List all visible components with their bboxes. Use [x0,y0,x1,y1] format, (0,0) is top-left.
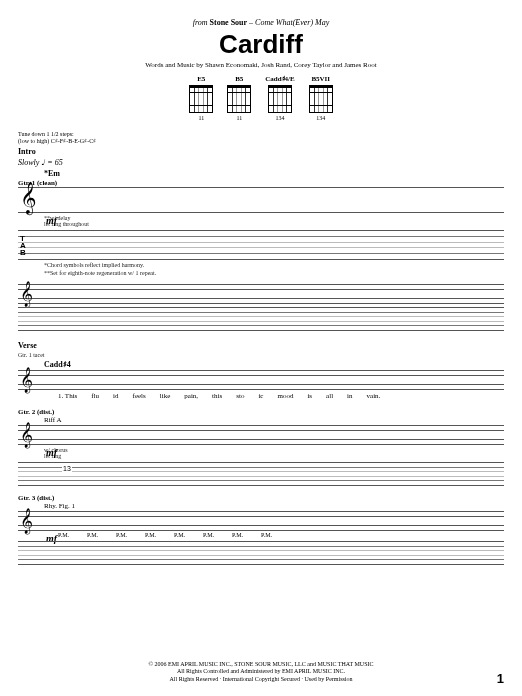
chord-grid-icon [227,85,251,113]
copyright-line: © 2006 EMI APRIL MUSIC INC., STONE SOUR … [0,661,522,669]
riff-label: Riff A [44,416,504,424]
page-number: 1 [497,671,504,686]
chord-fingering: 11 [227,115,251,121]
lyric-syllable: all [326,392,333,400]
tuning-instructions: Tune down 1 1/2 steps: (low to high) C♯-… [18,131,504,145]
chord-grid-icon [268,85,292,113]
chord-name: E5 [189,75,213,83]
lyric-syllable: id [113,392,118,400]
treble-clef-icon: 𝄞 [20,369,33,391]
chord-diagram: Cadd♯4/E 134 [265,75,294,121]
lyric-syllable: ic [258,392,263,400]
artist-name: Stone Sour [210,18,248,27]
palm-mute-marking: P.M. [174,532,185,538]
notation-system-verse-vocal: 𝄞 1. This flu id feels like pain, this s… [18,370,504,400]
lyric-syllable: pain, [184,392,198,400]
standard-notation-staff: 𝄞 mf [18,187,504,213]
section-label: Verse [18,341,37,350]
treble-clef-icon: 𝄞 [20,510,33,532]
footnote: *Chord symbols reflect implied harmony. [44,262,504,268]
palm-mute-marking: P.M. [232,532,243,538]
notation-system-gtr3: 𝄞 mf P.M. P.M. P.M. P.M. P.M. P.M. P.M. … [18,511,504,565]
tab-label-icon: TAB [20,235,26,256]
tuning-line1: Tune down 1 1/2 steps: [18,131,504,138]
tablature-staff [18,541,504,565]
sheet-header: from Stone Sour – Come What(Ever) May Ca… [18,18,504,69]
lyric-syllable: mood [277,392,293,400]
vocal-staff: 𝄞 [18,370,504,390]
rhythm-figure-label: Rhy. Fig. 1 [44,502,504,510]
palm-mute-marking: P.M. [87,532,98,538]
tuning-line2: (low to high) C♯-F♯-B-E-G♯-C♯ [18,138,504,145]
chord-grid-icon [309,85,333,113]
tablature-staff: TAB [18,230,504,260]
copyright-line: All Rights Controlled and Administered b… [0,668,522,676]
guitar-part-label: Gtr. 1 (clean) [18,179,504,187]
lyric-syllable: vain. [367,392,381,400]
lyric-syllable: is [307,392,312,400]
verse-section-header: Verse [18,341,504,350]
lyric-syllable: feels [133,392,146,400]
tempo-row: Slowly ♩ = 65 [18,158,504,167]
lyric-syllable: sto [236,392,244,400]
palm-mute-marking: P.M. [145,532,156,538]
chord-diagram: B5 11 [227,75,251,121]
from-prefix: from [193,18,208,27]
dynamic-marking: mf [46,447,57,458]
palm-mute-marking: P.M. [58,532,69,538]
chord-name: Cadd♯4/E [265,75,294,83]
songwriting-credits: Words and Music by Shawn Economaki, Josh… [18,61,504,69]
footnote: **Set for eighth-note regeneration w/ 1 … [44,270,504,276]
tablature-staff: 13 [18,462,504,486]
standard-notation-staff: 𝄞 [18,284,504,304]
chord-fingering: 134 [265,115,294,121]
chord-symbol: Cadd♯4 [44,360,504,369]
chord-symbol: *Em [44,169,504,178]
standard-notation-staff: 𝄞 mf [18,511,504,531]
chord-fingering: 11 [189,115,213,121]
chord-name: B5VII [309,75,333,83]
chord-grid-icon [189,85,213,113]
chord-fingering: 134 [309,115,333,121]
copyright-line: All Rights Reserved · International Copy… [0,676,522,684]
chord-diagram: B5VII 134 [309,75,333,121]
palm-mute-line: P.M. P.M. P.M. P.M. P.M. P.M. P.M. P.M. [58,532,504,538]
lyric-syllable: like [160,392,171,400]
chord-diagram-row: E5 11 B5 11 Cadd♯4/E 134 B5VII 134 [18,75,504,121]
chord-name: B5 [227,75,251,83]
guitar-tacet: Gtr. 1 tacet [18,352,504,358]
intro-section-header: Intro [18,147,504,156]
treble-clef-icon: 𝄞 [20,424,33,446]
notation-system-intro1: 𝄞 mf **w/ delay let ring throughout TAB … [18,187,504,276]
source-line: from Stone Sour – Come What(Ever) May [18,18,504,27]
treble-clef-icon: 𝄞 [20,184,37,212]
guitar3-part-label: Gtr. 3 (dist.) [18,494,504,502]
technique-annotation: w/ chorus let ring [44,447,504,459]
dynamic-marking: mf [46,215,57,226]
standard-notation-staff: 𝄞 mf [18,425,504,445]
section-label: Intro [18,147,36,156]
tab-fret-number: 13 [62,465,72,472]
lyric-syllable: 1. This [58,392,77,400]
lyric-syllable: in [347,392,352,400]
palm-mute-marking: P.M. [116,532,127,538]
palm-mute-marking: P.M. [203,532,214,538]
lyric-line: 1. This flu id feels like pain, this sto… [58,392,504,400]
tablature-staff [18,307,504,331]
notation-system-gtr2: 𝄞 mf w/ chorus let ring 13 [18,425,504,486]
album-name: Come What(Ever) May [255,18,329,27]
guitar2-part-label: Gtr. 2 (dist.) [18,408,504,416]
treble-clef-icon: 𝄞 [20,283,33,305]
effect-annotation: **w/ delay let ring throughout [44,215,504,227]
notation-system-intro2: 𝄞 [18,284,504,331]
lyric-syllable: flu [91,392,99,400]
lyric-syllable: this [212,392,222,400]
palm-mute-marking: P.M. [261,532,272,538]
tempo-marking: Slowly ♩ = 65 [18,158,63,167]
copyright-block: © 2006 EMI APRIL MUSIC INC., STONE SOUR … [0,661,522,684]
song-title: Cardiff [18,29,504,60]
chord-diagram: E5 11 [189,75,213,121]
